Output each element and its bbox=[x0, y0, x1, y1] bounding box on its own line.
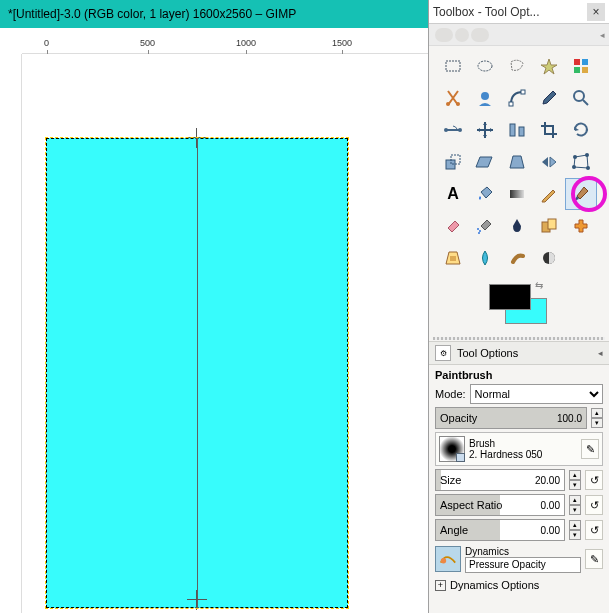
tool-scale[interactable] bbox=[437, 146, 469, 178]
dynamics-options-expander[interactable]: + Dynamics Options bbox=[435, 577, 603, 593]
svg-rect-5 bbox=[582, 67, 588, 73]
mode-select[interactable]: Normal bbox=[470, 384, 603, 404]
tool-flip[interactable] bbox=[533, 146, 565, 178]
tool-ink[interactable] bbox=[501, 210, 533, 242]
aspect-slider[interactable]: Aspect Ratio 0.00 bbox=[435, 494, 565, 516]
tool-zoom[interactable] bbox=[565, 82, 597, 114]
size-reset-icon[interactable]: ↺ bbox=[585, 470, 603, 490]
foreground-select-icon bbox=[475, 88, 495, 108]
align-icon bbox=[507, 120, 527, 140]
tool-rectangle-select[interactable] bbox=[437, 50, 469, 82]
angle-row: Angle 0.00 ▴▾ ↺ bbox=[435, 519, 603, 541]
close-icon: × bbox=[592, 5, 599, 19]
tool-color-select[interactable] bbox=[565, 50, 597, 82]
opacity-spinner[interactable]: ▴▾ bbox=[591, 408, 603, 428]
perspective-icon bbox=[507, 152, 527, 172]
tool-paths[interactable] bbox=[501, 82, 533, 114]
angle-spinner[interactable]: ▴▾ bbox=[569, 520, 581, 540]
angle-reset-icon[interactable]: ↺ bbox=[585, 520, 603, 540]
tool-crop[interactable] bbox=[533, 114, 565, 146]
aspect-reset-icon[interactable]: ↺ bbox=[585, 495, 603, 515]
tool-rotate[interactable] bbox=[565, 114, 597, 146]
panel-tabs[interactable]: ◂ bbox=[429, 24, 609, 46]
size-spinner[interactable]: ▴▾ bbox=[569, 470, 581, 490]
airbrush-icon bbox=[475, 216, 495, 236]
toolbox-panel: Toolbox - Tool Opt... × ◂ A ⇆ ⚙ Tool Opt… bbox=[428, 0, 609, 613]
paintbrush-icon bbox=[571, 184, 591, 204]
tool-move[interactable] bbox=[469, 114, 501, 146]
fg-color-swatch[interactable] bbox=[489, 284, 531, 310]
tool-cage[interactable] bbox=[565, 146, 597, 178]
tool-options-icon: ⚙ bbox=[435, 345, 451, 361]
svg-point-12 bbox=[444, 128, 448, 132]
wilber-icon bbox=[455, 28, 469, 42]
svg-point-1 bbox=[478, 61, 492, 71]
opacity-slider[interactable]: Opacity 100.0 bbox=[435, 407, 587, 429]
tool-align[interactable] bbox=[501, 114, 533, 146]
ruler-vertical[interactable] bbox=[0, 54, 22, 613]
tool-paintbrush[interactable] bbox=[565, 178, 597, 210]
ruler-horizontal[interactable]: 0 500 1000 1500 bbox=[22, 36, 428, 54]
tool-foreground-select[interactable] bbox=[469, 82, 501, 114]
close-button[interactable]: × bbox=[587, 3, 605, 21]
brush-preview[interactable] bbox=[439, 436, 465, 462]
dynamics-icon[interactable] bbox=[435, 546, 461, 572]
svg-rect-0 bbox=[446, 61, 460, 71]
tool-perspective-clone[interactable] bbox=[437, 242, 469, 274]
tool-options-body: Paintbrush Mode: Normal Opacity 100.0 ▴▾… bbox=[429, 365, 609, 597]
tool-dodge-burn[interactable] bbox=[533, 242, 565, 274]
svg-point-13 bbox=[458, 128, 462, 132]
tool-measure[interactable] bbox=[437, 114, 469, 146]
tool-shear[interactable] bbox=[469, 146, 501, 178]
image-titlebar[interactable]: *[Untitled]-3.0 (RGB color, 1 layer) 160… bbox=[0, 0, 428, 28]
tool-fuzzy-select[interactable] bbox=[533, 50, 565, 82]
aspect-value: 0.00 bbox=[541, 500, 560, 511]
svg-point-24 bbox=[479, 230, 481, 232]
brush-edit-icon[interactable]: ✎ bbox=[581, 439, 599, 459]
angle-slider[interactable]: Angle 0.00 bbox=[435, 519, 565, 541]
tool-scissors[interactable] bbox=[437, 82, 469, 114]
tool-heal[interactable] bbox=[565, 210, 597, 242]
toolbox-titlebar[interactable]: Toolbox - Tool Opt... × bbox=[429, 0, 609, 24]
active-tool-name: Paintbrush bbox=[435, 369, 603, 381]
tool-airbrush[interactable] bbox=[469, 210, 501, 242]
flip-icon bbox=[539, 152, 559, 172]
panel-menu-icon[interactable]: ◂ bbox=[598, 348, 603, 358]
tool-blend[interactable] bbox=[501, 178, 533, 210]
tool-color-picker[interactable] bbox=[533, 82, 565, 114]
aspect-spinner[interactable]: ▴▾ bbox=[569, 495, 581, 515]
svg-point-11 bbox=[574, 91, 584, 101]
toolbox-title: Toolbox - Tool Opt... bbox=[433, 5, 583, 19]
blur-icon bbox=[475, 248, 495, 268]
dynamics-edit-icon[interactable]: ✎ bbox=[585, 549, 603, 569]
dynamics-value: Pressure Opacity bbox=[469, 559, 546, 570]
tool-options-header[interactable]: ⚙ Tool Options ◂ bbox=[429, 341, 609, 365]
panel-menu-icon[interactable]: ◂ bbox=[600, 30, 609, 40]
dynamics-label: Dynamics bbox=[465, 546, 581, 557]
tool-clone[interactable] bbox=[533, 210, 565, 242]
svg-rect-4 bbox=[574, 67, 580, 73]
svg-point-8 bbox=[481, 92, 489, 100]
canvas-area[interactable] bbox=[22, 54, 428, 613]
svg-rect-14 bbox=[510, 124, 515, 136]
tool-blur[interactable] bbox=[469, 242, 501, 274]
tool-free-select[interactable] bbox=[501, 50, 533, 82]
tool-smudge[interactable] bbox=[501, 242, 533, 274]
svg-point-7 bbox=[456, 102, 460, 106]
tool-eraser[interactable] bbox=[437, 210, 469, 242]
size-slider[interactable]: Size 20.00 bbox=[435, 469, 565, 491]
tool-bucket[interactable] bbox=[469, 178, 501, 210]
tool-perspective[interactable] bbox=[501, 146, 533, 178]
mode-label: Mode: bbox=[435, 388, 466, 400]
image-window: *[Untitled]-3.0 (RGB color, 1 layer) 160… bbox=[0, 0, 428, 613]
dynamics-field[interactable]: Pressure Opacity bbox=[465, 557, 581, 573]
swap-colors-icon[interactable]: ⇆ bbox=[535, 280, 547, 292]
canvas[interactable] bbox=[46, 138, 348, 608]
brush-row: Brush 2. Hardness 050 ✎ bbox=[435, 432, 603, 466]
tool-ellipse-select[interactable] bbox=[469, 50, 501, 82]
angle-label: Angle bbox=[440, 524, 468, 536]
smudge-icon bbox=[507, 248, 527, 268]
svg-rect-3 bbox=[582, 59, 588, 65]
tool-text[interactable]: A bbox=[437, 178, 469, 210]
tool-pencil[interactable] bbox=[533, 178, 565, 210]
